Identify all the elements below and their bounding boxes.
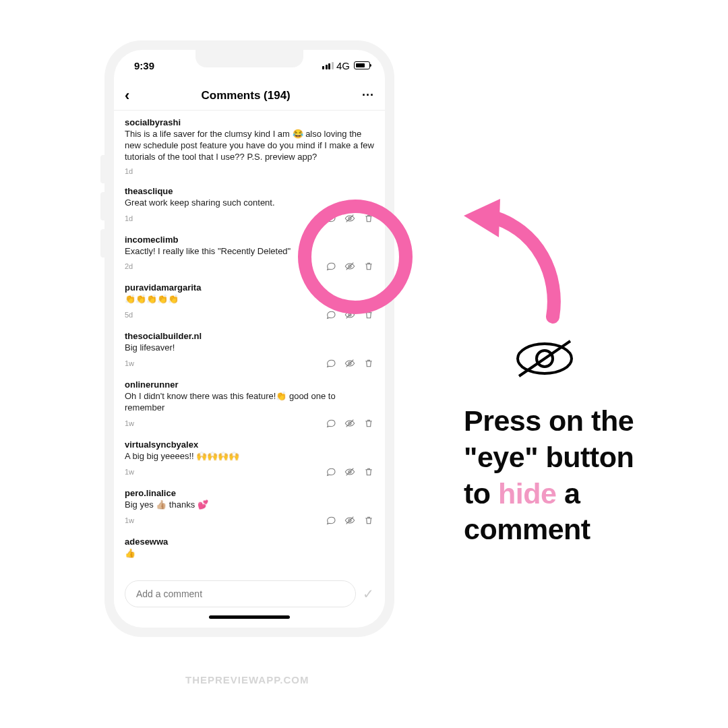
comment-timestamp: 5d	[125, 311, 133, 319]
comment-username[interactable]: theasclique	[125, 186, 374, 196]
comment-timestamp: 1w	[125, 468, 134, 476]
nav-bar: ‹ Comments (194) ···	[114, 81, 385, 111]
callout-arrow	[452, 189, 573, 324]
phone-notch	[195, 50, 303, 67]
hide-eye-icon[interactable]	[344, 515, 355, 526]
comment-item[interactable]: incomeclimb Exactly! I really like this …	[125, 228, 374, 276]
hide-eye-icon[interactable]	[344, 213, 355, 224]
comments-list[interactable]: socialbyrashi This is a life saver for t…	[114, 111, 385, 574]
comment-item[interactable]: virtualsyncbyalex A big big yeeees!! 🙌🙌🙌…	[125, 433, 374, 481]
comment-actions	[326, 418, 374, 429]
hide-eye-icon[interactable]	[344, 261, 355, 272]
eye-slash-icon-large	[511, 337, 578, 380]
delete-icon[interactable]	[363, 515, 374, 526]
reply-icon[interactable]	[326, 358, 336, 369]
watermark: THEPREVIEWAPP.COM	[185, 674, 309, 686]
comment-username[interactable]: pero.linalice	[125, 488, 374, 498]
hide-eye-icon[interactable]	[344, 309, 355, 320]
comment-text: Great work keep sharing such content.	[125, 198, 374, 209]
comment-timestamp: 1w	[125, 516, 134, 524]
hide-eye-icon[interactable]	[344, 418, 355, 429]
comment-composer: Add a comment ✓	[114, 574, 385, 613]
comment-timestamp: 1d	[125, 167, 133, 175]
delete-icon[interactable]	[363, 261, 374, 272]
comment-timestamp: 1d	[125, 214, 133, 222]
comment-timestamp: 2d	[125, 262, 133, 270]
delete-icon[interactable]	[363, 309, 374, 320]
hide-eye-icon[interactable]	[344, 358, 355, 369]
comment-item[interactable]: thesocialbuilder.nl Big lifesaver! 1w	[125, 324, 374, 373]
network-label: 4G	[336, 60, 350, 71]
comment-item[interactable]: adesewwa 👍	[125, 530, 374, 568]
reply-icon[interactable]	[326, 515, 336, 526]
hide-eye-icon[interactable]	[344, 466, 355, 477]
comment-text: Big yes 👍🏼 thanks 💕	[125, 499, 374, 511]
comment-username[interactable]: puravidamargarita	[125, 282, 374, 293]
comment-actions	[326, 261, 374, 272]
comment-actions	[326, 213, 374, 224]
comment-input[interactable]: Add a comment	[125, 580, 356, 607]
more-button[interactable]: ···	[362, 88, 374, 102]
comment-item[interactable]: theasclique Great work keep sharing such…	[125, 179, 374, 228]
comment-actions	[326, 466, 374, 477]
comment-item[interactable]: socialbyrashi This is a life saver for t…	[125, 111, 374, 179]
comment-actions	[326, 309, 374, 320]
callout-block: Press on the "eye" button to hide a comm…	[464, 337, 700, 548]
reply-icon[interactable]	[326, 213, 336, 224]
comment-item[interactable]: onlinerunner Oh I didn't know there was …	[125, 373, 374, 433]
reply-icon[interactable]	[326, 309, 336, 320]
back-button[interactable]: ‹	[125, 87, 129, 104]
reply-icon[interactable]	[326, 466, 336, 477]
callout-text: Press on the "eye" button to hide a comm…	[464, 403, 700, 548]
reply-icon[interactable]	[326, 261, 336, 272]
comment-text: 👍	[125, 548, 374, 559]
comment-username[interactable]: virtualsyncbyalex	[125, 439, 374, 450]
comment-item[interactable]: pero.linalice Big yes 👍🏼 thanks 💕 1w	[125, 481, 374, 530]
page-title: Comments (194)	[202, 89, 291, 102]
comment-text: Oh I didn't know there was this feature!…	[125, 391, 374, 414]
comment-text: Exactly! I really like this "Recently De…	[125, 246, 374, 257]
comment-timestamp: 1w	[125, 359, 134, 367]
comment-text: A big big yeeees!! 🙌🙌🙌🙌	[125, 451, 374, 462]
delete-icon[interactable]	[363, 358, 374, 369]
comment-item[interactable]: puravidamargarita 👏👏👏👏👏 5d	[125, 276, 374, 324]
home-indicator[interactable]	[114, 613, 385, 628]
phone-screen: 9:39 4G ‹ Comments (194) ··· socialbyras…	[114, 50, 385, 628]
battery-icon	[354, 61, 370, 69]
comment-actions	[326, 515, 374, 526]
comment-actions	[326, 358, 374, 369]
delete-icon[interactable]	[363, 213, 374, 224]
comment-text: Big lifesaver!	[125, 342, 374, 354]
signal-icon	[322, 62, 334, 69]
comment-timestamp: 1w	[125, 419, 134, 427]
comment-username[interactable]: adesewwa	[125, 537, 374, 547]
post-comment-button[interactable]: ✓	[363, 586, 374, 602]
comment-text: This is a life saver for the clumsy kind…	[125, 129, 374, 163]
reply-icon[interactable]	[326, 418, 336, 429]
phone-frame: 9:39 4G ‹ Comments (194) ··· socialbyras…	[104, 40, 394, 637]
comment-username[interactable]: incomeclimb	[125, 235, 374, 245]
comment-username[interactable]: onlinerunner	[125, 380, 374, 390]
delete-icon[interactable]	[363, 466, 374, 477]
comment-text: 👏👏👏👏👏	[125, 294, 374, 305]
comment-username[interactable]: thesocialbuilder.nl	[125, 331, 374, 341]
delete-icon[interactable]	[363, 418, 374, 429]
comment-username[interactable]: socialbyrashi	[125, 117, 374, 127]
status-time: 9:39	[134, 60, 154, 71]
